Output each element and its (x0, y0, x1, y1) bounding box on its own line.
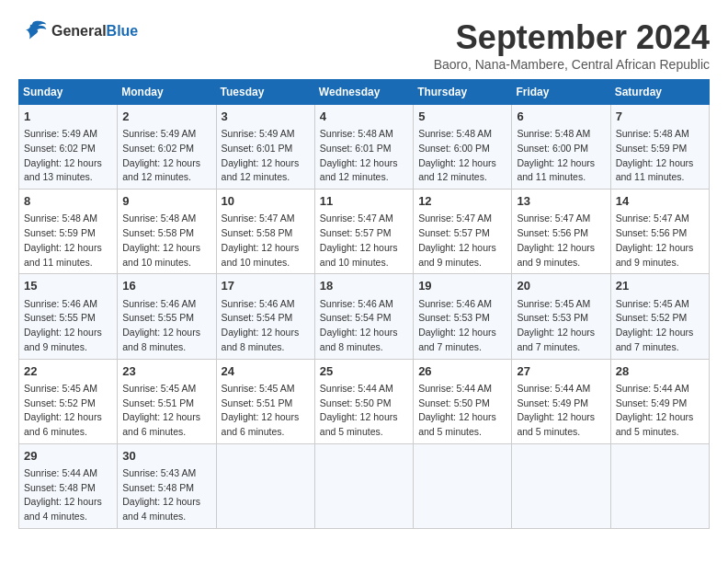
day-number: 22 (24, 363, 112, 380)
column-header-friday: Friday (512, 80, 610, 105)
day-number: 7 (616, 109, 704, 125)
calendar-cell: 21Sunrise: 5:45 AMSunset: 5:52 PMDayligh… (610, 274, 709, 359)
day-info: Sunrise: 5:44 AMSunset: 5:49 PMDaylight:… (517, 382, 605, 440)
calendar-week-row: 1Sunrise: 5:49 AMSunset: 6:02 PMDaylight… (19, 105, 710, 190)
day-info: Sunrise: 5:47 AMSunset: 5:56 PMDaylight:… (616, 212, 704, 270)
day-number: 13 (517, 193, 605, 210)
day-info: Sunrise: 5:45 AMSunset: 5:51 PMDaylight:… (122, 382, 210, 440)
day-number: 14 (616, 193, 704, 210)
day-info: Sunrise: 5:47 AMSunset: 5:56 PMDaylight:… (517, 212, 605, 270)
day-number: 5 (418, 109, 506, 125)
day-info: Sunrise: 5:44 AMSunset: 5:50 PMDaylight:… (418, 382, 506, 440)
calendar-cell: 24Sunrise: 5:45 AMSunset: 5:51 PMDayligh… (216, 359, 314, 443)
day-number: 30 (122, 448, 210, 465)
calendar-cell: 7Sunrise: 5:48 AMSunset: 5:59 PMDaylight… (610, 105, 709, 190)
day-info: Sunrise: 5:45 AMSunset: 5:52 PMDaylight:… (616, 297, 704, 355)
day-number: 2 (122, 109, 210, 125)
logo: GeneralBlue (18, 18, 138, 44)
calendar-cell: 14Sunrise: 5:47 AMSunset: 5:56 PMDayligh… (610, 190, 709, 274)
calendar-cell: 11Sunrise: 5:47 AMSunset: 5:57 PMDayligh… (314, 190, 413, 274)
day-number: 19 (418, 278, 506, 294)
calendar-cell: 30Sunrise: 5:43 AMSunset: 5:48 PMDayligh… (118, 443, 216, 528)
day-number: 3 (222, 109, 310, 125)
calendar-week-row: 15Sunrise: 5:46 AMSunset: 5:55 PMDayligh… (19, 274, 710, 359)
month-title: September 2024 (434, 18, 710, 57)
column-header-sunday: Sunday (19, 80, 118, 105)
day-number: 26 (418, 363, 506, 380)
day-number: 27 (517, 363, 605, 380)
day-info: Sunrise: 5:47 AMSunset: 5:57 PMDaylight:… (320, 212, 408, 270)
day-info: Sunrise: 5:47 AMSunset: 5:58 PMDaylight:… (222, 212, 310, 270)
calendar-cell: 10Sunrise: 5:47 AMSunset: 5:58 PMDayligh… (216, 190, 314, 274)
calendar-cell: 22Sunrise: 5:45 AMSunset: 5:52 PMDayligh… (19, 359, 118, 443)
day-info: Sunrise: 5:49 AMSunset: 6:02 PMDaylight:… (122, 127, 210, 185)
calendar-cell: 19Sunrise: 5:46 AMSunset: 5:53 PMDayligh… (414, 274, 512, 359)
calendar-week-row: 8Sunrise: 5:48 AMSunset: 5:59 PMDaylight… (19, 190, 710, 274)
day-number: 21 (616, 278, 704, 294)
day-info: Sunrise: 5:44 AMSunset: 5:50 PMDaylight:… (320, 382, 408, 440)
day-number: 12 (418, 193, 506, 210)
calendar-week-row: 29Sunrise: 5:44 AMSunset: 5:48 PMDayligh… (19, 443, 710, 528)
calendar-table: SundayMondayTuesdayWednesdayThursdayFrid… (18, 79, 710, 529)
calendar-cell: 2Sunrise: 5:49 AMSunset: 6:02 PMDaylight… (118, 105, 216, 190)
calendar-cell: 18Sunrise: 5:46 AMSunset: 5:54 PMDayligh… (314, 274, 413, 359)
page-header: GeneralBlue September 2024 Baoro, Nana-M… (18, 18, 710, 72)
day-info: Sunrise: 5:45 AMSunset: 5:51 PMDaylight:… (222, 382, 310, 440)
calendar-cell: 28Sunrise: 5:44 AMSunset: 5:49 PMDayligh… (610, 359, 709, 443)
day-number: 23 (122, 363, 210, 380)
calendar-cell: 15Sunrise: 5:46 AMSunset: 5:55 PMDayligh… (19, 274, 118, 359)
calendar-header-row: SundayMondayTuesdayWednesdayThursdayFrid… (19, 80, 710, 105)
day-info: Sunrise: 5:47 AMSunset: 5:57 PMDaylight:… (418, 212, 506, 270)
day-number: 11 (320, 193, 408, 210)
day-info: Sunrise: 5:48 AMSunset: 6:00 PMDaylight:… (517, 127, 605, 185)
day-info: Sunrise: 5:48 AMSunset: 5:58 PMDaylight:… (122, 212, 210, 270)
day-info: Sunrise: 5:49 AMSunset: 6:02 PMDaylight:… (24, 127, 112, 185)
calendar-cell (314, 443, 413, 528)
calendar-cell: 25Sunrise: 5:44 AMSunset: 5:50 PMDayligh… (314, 359, 413, 443)
logo-icon (18, 18, 48, 44)
location-subtitle: Baoro, Nana-Mambere, Central African Rep… (434, 57, 710, 72)
day-number: 6 (517, 109, 605, 125)
day-info: Sunrise: 5:48 AMSunset: 5:59 PMDaylight:… (616, 127, 704, 185)
calendar-week-row: 22Sunrise: 5:45 AMSunset: 5:52 PMDayligh… (19, 359, 710, 443)
calendar-cell: 16Sunrise: 5:46 AMSunset: 5:55 PMDayligh… (118, 274, 216, 359)
title-section: September 2024 Baoro, Nana-Mambere, Cent… (434, 18, 710, 72)
day-info: Sunrise: 5:45 AMSunset: 5:52 PMDaylight:… (24, 382, 112, 440)
day-number: 10 (222, 193, 310, 210)
day-number: 16 (122, 278, 210, 294)
calendar-cell: 9Sunrise: 5:48 AMSunset: 5:58 PMDaylight… (118, 190, 216, 274)
day-info: Sunrise: 5:46 AMSunset: 5:53 PMDaylight:… (418, 297, 506, 355)
calendar-cell (414, 443, 512, 528)
day-info: Sunrise: 5:43 AMSunset: 5:48 PMDaylight:… (122, 466, 210, 524)
day-number: 4 (320, 109, 408, 125)
day-info: Sunrise: 5:46 AMSunset: 5:54 PMDaylight:… (222, 297, 310, 355)
day-info: Sunrise: 5:48 AMSunset: 6:00 PMDaylight:… (418, 127, 506, 185)
day-number: 25 (320, 363, 408, 380)
calendar-cell: 4Sunrise: 5:48 AMSunset: 6:01 PMDaylight… (314, 105, 413, 190)
day-number: 28 (616, 363, 704, 380)
column-header-saturday: Saturday (610, 80, 709, 105)
day-info: Sunrise: 5:44 AMSunset: 5:48 PMDaylight:… (24, 466, 112, 524)
calendar-cell: 27Sunrise: 5:44 AMSunset: 5:49 PMDayligh… (512, 359, 610, 443)
day-info: Sunrise: 5:46 AMSunset: 5:55 PMDaylight:… (122, 297, 210, 355)
calendar-cell: 26Sunrise: 5:44 AMSunset: 5:50 PMDayligh… (414, 359, 512, 443)
calendar-cell: 12Sunrise: 5:47 AMSunset: 5:57 PMDayligh… (414, 190, 512, 274)
calendar-cell: 3Sunrise: 5:49 AMSunset: 6:01 PMDaylight… (216, 105, 314, 190)
calendar-cell: 23Sunrise: 5:45 AMSunset: 5:51 PMDayligh… (118, 359, 216, 443)
day-number: 20 (517, 278, 605, 294)
day-info: Sunrise: 5:48 AMSunset: 6:01 PMDaylight:… (320, 127, 408, 185)
day-number: 9 (122, 193, 210, 210)
day-info: Sunrise: 5:46 AMSunset: 5:55 PMDaylight:… (24, 297, 112, 355)
day-info: Sunrise: 5:45 AMSunset: 5:53 PMDaylight:… (517, 297, 605, 355)
calendar-cell (610, 443, 709, 528)
day-info: Sunrise: 5:49 AMSunset: 6:01 PMDaylight:… (222, 127, 310, 185)
calendar-cell: 8Sunrise: 5:48 AMSunset: 5:59 PMDaylight… (19, 190, 118, 274)
column-header-tuesday: Tuesday (216, 80, 314, 105)
day-number: 24 (222, 363, 310, 380)
calendar-cell: 6Sunrise: 5:48 AMSunset: 6:00 PMDaylight… (512, 105, 610, 190)
day-info: Sunrise: 5:46 AMSunset: 5:54 PMDaylight:… (320, 297, 408, 355)
calendar-cell: 13Sunrise: 5:47 AMSunset: 5:56 PMDayligh… (512, 190, 610, 274)
calendar-cell: 1Sunrise: 5:49 AMSunset: 6:02 PMDaylight… (19, 105, 118, 190)
column-header-thursday: Thursday (414, 80, 512, 105)
day-number: 15 (24, 278, 112, 294)
